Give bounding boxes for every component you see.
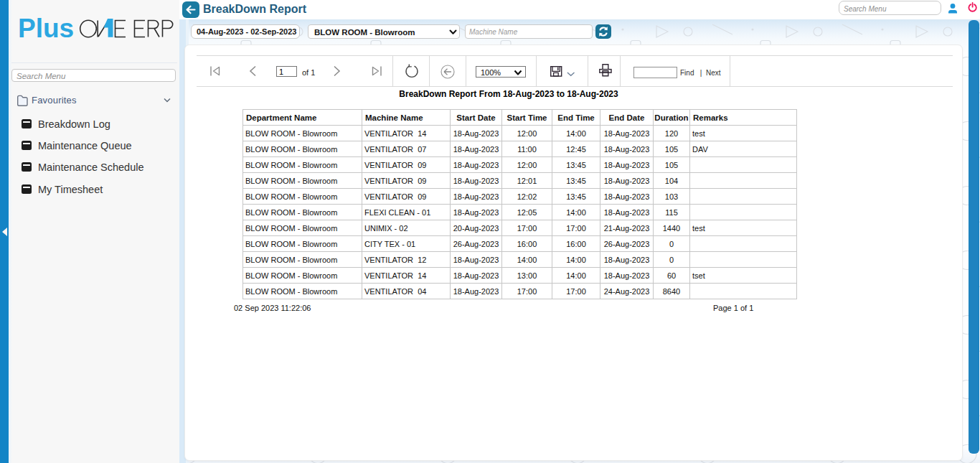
svg-text:Plus: Plus [18,14,74,43]
